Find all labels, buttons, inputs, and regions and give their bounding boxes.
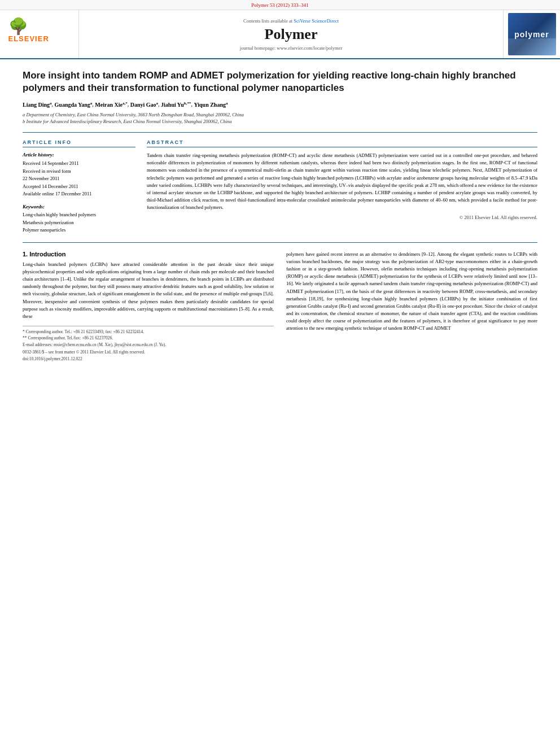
sciverse-prefix: Contents lists available at [243,18,292,24]
author-4: Danyi Gaoa [130,102,158,108]
footnote-area: * Corresponding author. Tel.: +86 21 622… [23,326,274,361]
keyword-2: Metathesis polymerization [23,219,135,227]
affiliation-b: b Institute for Advanced Interdisciplina… [23,118,537,125]
copyright-line: © 2011 Elsevier Ltd. All rights reserved… [147,215,537,220]
article-body: More insight into tandem ROMP and ADMET … [0,59,560,373]
elsevier-logo: 🌳 ELSEVIER [8,19,71,50]
info-abstract-section: Article Info Article history: Received 1… [23,132,537,234]
author-6: Yiqun Zhanga [194,102,228,108]
author-2: Guangda Yanga [55,102,93,108]
footnote-3: E-mail addresses: mxie@chem.ecnu.edu.cn … [23,342,274,348]
intro-text-col2: polymers have gained recent interest as … [286,251,537,333]
footnote-2: ** Corresponding author. Tel./fax: +86 2… [23,335,274,341]
received-date: Received 14 September 2011 [23,160,135,168]
abstract-header: ABSTRACT [147,139,537,147]
accepted-date: Accepted 14 December 2011 [23,183,135,191]
journal-homepage: journal homepage: www.elsevier.com/locat… [240,45,343,51]
sciverse-link[interactable]: SciVerse ScienceDirect [294,18,339,24]
received-revised-label: Received in revised form [23,168,135,176]
author-1: Liang Dinga [23,102,52,108]
authors-line: Liang Dinga, Guangda Yanga, Meiran Xiea,… [23,100,537,108]
revised-date: 22 November 2011 [23,175,135,183]
article-info-header: Article Info [23,139,135,147]
keywords-label: Keywords: [23,204,135,209]
intro-text-col1: Long-chain branched polymers (LCBPs) hav… [23,261,274,320]
elsevier-logo-area: 🌳 ELSEVIER [0,10,79,58]
doi-line: 0032-3861/$ – see front matter © 2011 El… [23,350,274,355]
tree-icon: 🌳 [8,19,71,34]
journal-header: 🌳 ELSEVIER Contents lists available at S… [0,10,560,59]
doi: doi:10.1016/j.polymer.2011.12.022 [23,356,274,361]
keyword-1: Long-chain highly branched polymers [23,211,135,219]
body-columns: 1. Introduction Long-chain branched poly… [23,242,537,361]
affiliations: a Department of Chemistry, East China No… [23,111,537,126]
affiliation-a: a Department of Chemistry, East China No… [23,111,537,119]
journal-title: Polymer [265,26,318,43]
intro-col-left: 1. Introduction Long-chain branched poly… [23,251,274,361]
available-date: Available online 17 December 2011 [23,190,135,198]
elsevier-brand: ELSEVIER [8,34,49,43]
keywords-section: Keywords: Long-chain highly branched pol… [23,204,135,234]
footnote-1: * Corresponding author. Tel.: +86 21 622… [23,329,274,335]
history-label: Article history: [23,152,135,158]
abstract-col: ABSTRACT Tandem chain transfer ring-open… [147,139,537,234]
page: Polymer 53 (2012) 333–341 🌳 ELSEVIER Con… [0,0,560,747]
polymer-logo-text: polymer [514,30,549,39]
polymer-logo-area: polymer [504,10,560,58]
keyword-3: Polymer nanoparticles [23,226,135,234]
intro-title: 1. Introduction [23,251,274,257]
sciverse-line: Contents lists available at SciVerse Sci… [243,18,339,24]
author-5: Jiahui Yub,** [161,102,191,108]
citation-text: Polymer 53 (2012) 333–341 [251,2,309,8]
citation-bar: Polymer 53 (2012) 333–341 [0,0,560,10]
article-info-col: Article Info Article history: Received 1… [23,139,135,234]
article-title: More insight into tandem ROMP and ADMET … [23,69,537,94]
polymer-logo-box: polymer [508,13,556,55]
intro-col-right: polymers have gained recent interest as … [286,251,537,361]
abstract-text: Tandem chain transfer ring-opening metat… [147,152,537,211]
author-3: Meiran Xiea,* [95,102,127,108]
journal-center-info: Contents lists available at SciVerse Sci… [79,10,504,58]
